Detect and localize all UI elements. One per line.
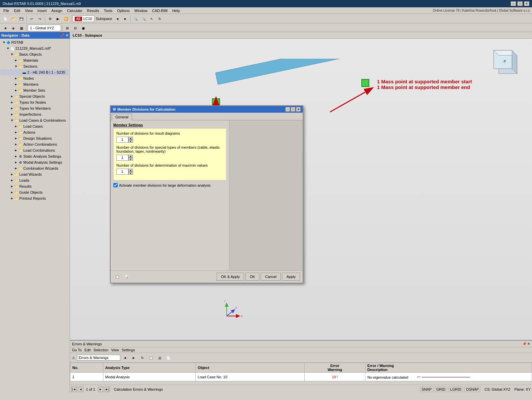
tab-general[interactable]: General — [112, 114, 132, 120]
spin-input-2[interactable]: ▲ ▼ — [116, 155, 223, 161]
next-page-btn[interactable]: ► — [98, 387, 103, 392]
spin-input-3[interactable]: ▲ ▼ — [116, 169, 223, 175]
tree-item-guide[interactable]: ► 📁 Guide Objects — [1, 189, 69, 195]
rotate-btn[interactable]: ↻ — [156, 15, 163, 22]
tree-item-loadcases[interactable]: ▼ 📁 Load Cases & Combinations — [1, 117, 69, 123]
undo-btn[interactable]: ↩ — [28, 15, 35, 22]
errors-close-icon[interactable]: ✕ — [527, 342, 530, 346]
spin-up-3[interactable]: ▲ — [128, 169, 133, 172]
tree-item-load-comb[interactable]: ► 📁 Load Combinations — [1, 147, 69, 153]
errors-pin-icon[interactable]: 📌 — [522, 342, 526, 346]
footer-icon-2[interactable]: 📊 — [123, 273, 130, 280]
nav-pin-icon[interactable]: 📌 — [60, 34, 64, 37]
dialog-controls[interactable]: ─ □ ✕ — [285, 107, 301, 112]
menu-selection[interactable]: Selection — [93, 348, 108, 352]
tree-item-types-members[interactable]: ► 📁 Types for Members — [1, 105, 69, 111]
spin-field-3[interactable] — [116, 169, 128, 175]
tree-item-rstab[interactable]: ▼ 🔷 RSTAB — [1, 39, 69, 45]
save-btn[interactable]: 💾 — [18, 15, 25, 22]
first-page-btn[interactable]: |◄ — [71, 387, 77, 392]
tree-item-imperfections[interactable]: ► 📁 Imperfections — [1, 111, 69, 117]
menu-calculate[interactable]: Calculate — [65, 8, 84, 13]
menu-view[interactable]: View — [111, 348, 119, 352]
tree-item-membersets[interactable]: ► 📁 Member Sets — [1, 87, 69, 93]
new-btn[interactable]: 📄 — [2, 15, 9, 22]
spin-down-3[interactable]: ▼ — [128, 172, 133, 175]
tb2-render-btn[interactable]: ◼ — [80, 24, 87, 32]
tree-item-section-item[interactable]: ▬ 2 - HE 240 B | 1 - S235 — [1, 69, 69, 75]
select-btn[interactable]: ↖ — [148, 15, 155, 22]
snap-toggle[interactable]: SNAP — [420, 387, 433, 392]
errors-refresh-btn[interactable]: ↻ — [139, 354, 146, 361]
nav-close-icon[interactable]: ✕ — [66, 34, 68, 37]
errors-prev-btn[interactable]: ◄ — [121, 354, 129, 361]
tb-next-btn[interactable]: ► — [122, 15, 129, 22]
menu-edit[interactable]: Edit — [84, 348, 91, 352]
spin-up-1[interactable]: ▲ — [128, 137, 133, 140]
dialog-close-btn[interactable]: ✕ — [296, 107, 301, 112]
zoom-in-btn[interactable]: 🔍 — [132, 15, 139, 22]
spin-down-1[interactable]: ▼ — [128, 140, 133, 143]
errors-export-btn[interactable]: 📋 — [147, 354, 155, 361]
prev-page-btn[interactable]: ◄ — [78, 387, 83, 392]
tree-item-lc[interactable]: ► 📁 Load Cases — [1, 123, 69, 129]
tree-item-load-wizards[interactable]: ► 📁 Load Wizards — [1, 171, 69, 177]
tree-item-results[interactable]: ► 📁 Results — [1, 183, 69, 189]
checkbox-row[interactable]: Activate member divisions for large defo… — [113, 183, 226, 187]
tree-item-loads[interactable]: ► 📁 Loads — [1, 177, 69, 183]
tb-btn-2[interactable]: ▶ — [54, 15, 62, 22]
spin-up-2[interactable]: ▲ — [128, 155, 133, 158]
tb2-view-btn[interactable]: ⊞ — [64, 24, 71, 32]
spin-field-2[interactable] — [116, 155, 128, 161]
menu-edit[interactable]: Edit — [12, 8, 22, 13]
cancel-btn[interactable]: Cancel — [261, 273, 281, 281]
grid-toggle[interactable]: GRID — [435, 387, 447, 392]
large-deformation-checkbox[interactable] — [113, 183, 118, 187]
menu-tools[interactable]: Tools — [102, 8, 114, 13]
redo-btn[interactable]: ↪ — [36, 15, 43, 22]
spin-input-1[interactable]: ▲ ▼ — [116, 137, 223, 143]
close-btn[interactable]: ✕ — [524, 1, 529, 6]
tree-item-nodes[interactable]: ► 📁 Nodes — [1, 75, 69, 81]
menu-options[interactable]: Options — [115, 8, 132, 13]
menu-help[interactable]: Help — [170, 8, 182, 13]
tb-btn-3[interactable]: ⏩ — [62, 15, 70, 22]
tree-item-printout[interactable]: ► 📁 Printout Reports — [1, 195, 69, 201]
tree-item-action-comb[interactable]: ► 📁 Action Combinations — [1, 141, 69, 147]
menu-window[interactable]: Window — [132, 8, 149, 13]
ok-btn[interactable]: OK — [245, 273, 259, 281]
tb2-btn-2[interactable]: ◈ — [10, 24, 17, 32]
errors-print-btn[interactable]: 🖨 — [156, 354, 163, 361]
menu-view[interactable]: View — [23, 8, 35, 13]
menu-assign[interactable]: Assign — [49, 8, 64, 13]
menu-results[interactable]: Results — [85, 8, 101, 13]
tb2-btn-3[interactable]: ▦ — [18, 24, 25, 32]
errors-copy-btn[interactable]: 📄 — [165, 354, 172, 361]
tree-item-basic[interactable]: ▼ 📁 Basic Objects — [1, 51, 69, 57]
spin-btns-2[interactable]: ▲ ▼ — [128, 155, 133, 161]
tb2-grid-btn[interactable]: ⊟ — [72, 24, 79, 32]
errors-dropdown[interactable]: Errors & Warnings — [77, 355, 120, 361]
osnap-toggle[interactable]: OSNAP — [464, 387, 481, 392]
last-page-btn[interactable]: ►| — [105, 387, 110, 392]
nav-header-icons[interactable]: 📌 ✕ — [60, 34, 68, 37]
menu-insert[interactable]: Insert — [35, 8, 49, 13]
zoom-out-btn[interactable]: 🔍 — [140, 15, 147, 22]
tree-item-sections[interactable]: ▼ 📁 Sections — [1, 63, 69, 69]
tree-item-members[interactable]: ► 📁 Members — [1, 81, 69, 87]
menu-cadbim[interactable]: CAD-BIM — [150, 8, 169, 13]
tree-item-actions[interactable]: ► 📁 Actions — [1, 129, 69, 135]
tree-item-types-nodes[interactable]: ► 📁 Types for Nodes — [1, 99, 69, 105]
footer-icon-1[interactable]: 📋 — [114, 273, 121, 280]
spin-down-2[interactable]: ▼ — [128, 158, 133, 161]
open-btn[interactable]: 📂 — [10, 15, 17, 22]
minimize-btn[interactable]: ─ — [511, 1, 516, 6]
apply-btn[interactable]: Apply — [282, 273, 300, 281]
lgrid-toggle[interactable]: LGRID — [448, 387, 463, 392]
window-controls[interactable]: ─ □ ✕ — [511, 1, 529, 6]
viewport[interactable]: -Y — [70, 39, 532, 393]
spin-field-1[interactable] — [116, 137, 128, 143]
tb-btn-1[interactable]: ⚙ — [46, 15, 54, 22]
tree-item-file[interactable]: ▼ 📄 211229_Manual1.rs9* — [1, 45, 69, 51]
tree-item-modal[interactable]: ► ⚙ Modal Analysis Settings — [1, 159, 69, 165]
